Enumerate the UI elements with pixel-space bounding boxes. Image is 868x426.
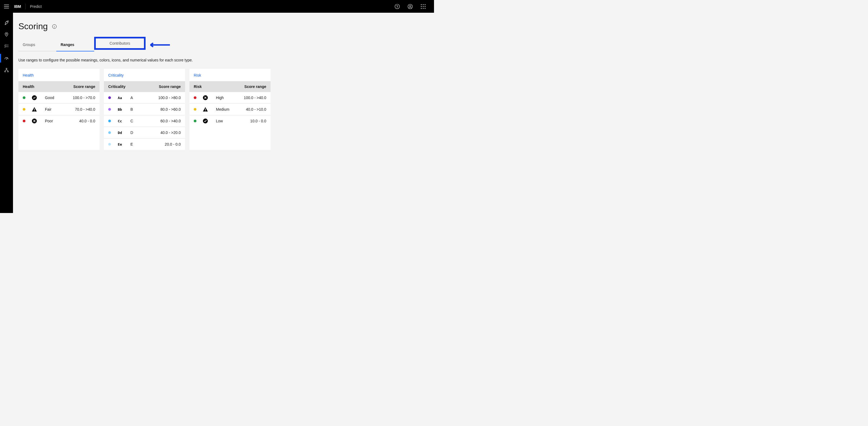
tab-ranges[interactable]: Ranges (56, 38, 94, 52)
annotation-arrow (148, 38, 170, 52)
svg-point-0 (395, 4, 400, 9)
table-row: Poor 40.0 - 0.0 (19, 115, 100, 127)
rocket-icon (4, 20, 9, 25)
letter-icon: Ee (117, 141, 123, 147)
svg-point-17 (5, 71, 6, 72)
svg-point-6 (425, 4, 425, 5)
table-head: Criticality Score range (104, 81, 185, 92)
status-dot (108, 108, 111, 111)
table-row: Medium 40.0 - >10.0 (189, 104, 271, 115)
app-switcher-button[interactable] (417, 0, 430, 13)
svg-point-14 (6, 33, 7, 34)
cross-icon (203, 95, 208, 101)
svg-point-8 (423, 6, 424, 7)
user-button[interactable] (404, 0, 417, 13)
card-title-risk[interactable]: Risk (189, 69, 271, 81)
description-text: Use ranges to configure the possible mea… (19, 58, 430, 62)
row-range: 40.0 - 0.0 (79, 119, 95, 123)
nav-item-scoring[interactable] (0, 54, 13, 63)
status-dot (108, 143, 111, 146)
nav-item-5[interactable] (0, 66, 13, 74)
svg-point-5 (423, 4, 424, 5)
svg-point-11 (423, 8, 424, 9)
col-header-name: Health (23, 85, 73, 89)
meter-icon (4, 56, 9, 61)
letter-icon: Cc (117, 118, 123, 124)
card-criticality: Criticality Criticality Score range Aa A… (104, 69, 185, 150)
row-label: Fair (45, 107, 75, 112)
nav-item-2[interactable] (0, 30, 13, 39)
svg-point-4 (421, 4, 422, 5)
arrow-left-icon (148, 42, 170, 48)
tab-groups[interactable]: Groups (19, 38, 56, 52)
table-row: High 100.0 - >40.0 (189, 92, 271, 104)
svg-point-1 (397, 7, 398, 8)
table-row: Aa A 100.0 - >80.0 (104, 92, 185, 104)
side-nav (0, 13, 13, 213)
global-header: IBM Predict (0, 0, 434, 13)
status-dot (108, 120, 111, 122)
help-icon (395, 4, 400, 9)
info-icon[interactable]: i (52, 24, 57, 29)
row-label: D (130, 130, 160, 135)
row-range: 70.0 - >40.0 (75, 107, 95, 112)
svg-rect-21 (34, 111, 35, 111)
warning-icon (31, 106, 37, 112)
hierarchy-icon (4, 68, 9, 72)
table-row: Low 10.0 - 0.0 (189, 115, 271, 127)
table-row: Bb B 80.0 - >60.0 (104, 104, 185, 115)
page-title: Scoring (19, 21, 48, 31)
row-label: High (216, 95, 244, 100)
check-icon (203, 118, 208, 124)
row-label: Poor (45, 119, 79, 123)
svg-point-18 (7, 71, 9, 72)
status-dot (23, 120, 25, 122)
svg-rect-25 (205, 111, 206, 111)
svg-rect-24 (205, 109, 206, 110)
table-row: Dd D 40.0 - >20.0 (104, 127, 185, 139)
status-dot (194, 96, 196, 99)
tab-contributors[interactable]: Contributors (94, 37, 146, 50)
row-range: 10.0 - 0.0 (250, 119, 266, 123)
row-label: C (130, 119, 160, 123)
hamburger-icon (4, 5, 9, 8)
row-range: 80.0 - >60.0 (160, 107, 181, 112)
main-content: Scoring i Groups Ranges Contributors Use… (13, 13, 434, 213)
menu-button[interactable] (0, 0, 13, 13)
row-range: 60.0 - >40.0 (160, 119, 181, 123)
col-header-range: Score range (73, 85, 95, 89)
row-range: 20.0 - 0.0 (165, 142, 181, 146)
row-label: Low (216, 119, 250, 123)
row-label: Medium (216, 107, 246, 112)
warning-icon (203, 106, 208, 112)
card-title-criticality[interactable]: Criticality (104, 69, 185, 81)
tabs: Groups Ranges Contributors (19, 38, 430, 52)
row-range: 40.0 - >20.0 (160, 130, 181, 135)
card-risk: Risk Risk Score range High 100.0 - >40.0… (189, 69, 271, 150)
svg-point-16 (6, 68, 7, 69)
col-header-range: Score range (159, 85, 181, 89)
help-button[interactable] (391, 0, 404, 13)
status-dot (23, 108, 25, 111)
letter-icon: Dd (117, 130, 123, 135)
table-head: Risk Score range (189, 81, 271, 92)
status-dot (108, 96, 111, 99)
table-row: Cc C 60.0 - >40.0 (104, 115, 185, 127)
check-icon (31, 95, 37, 101)
nav-item-3[interactable] (0, 42, 13, 51)
svg-point-13 (7, 21, 7, 22)
svg-point-12 (425, 8, 425, 9)
location-icon (4, 32, 9, 37)
row-range: 100.0 - >70.0 (73, 95, 95, 100)
status-dot (108, 131, 111, 134)
svg-point-10 (421, 8, 422, 9)
app-grid-icon (421, 4, 426, 9)
row-label: Good (45, 95, 73, 100)
svg-point-7 (421, 6, 422, 7)
nav-item-1[interactable] (0, 18, 13, 27)
card-title-health[interactable]: Health (19, 69, 100, 81)
letter-icon: Bb (117, 106, 123, 112)
row-range: 40.0 - >10.0 (246, 107, 266, 112)
product-label: Predict (26, 4, 42, 9)
user-icon (407, 4, 413, 9)
